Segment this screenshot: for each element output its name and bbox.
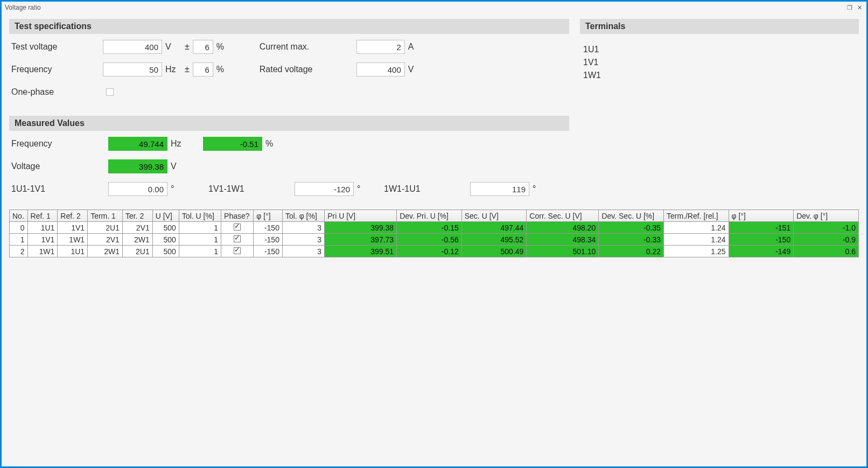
rated-voltage-input[interactable] <box>356 62 405 76</box>
cell-t1: 2U1 <box>88 222 123 234</box>
unit-v: V <box>408 65 420 74</box>
cell-devpri: -0.12 <box>397 246 462 257</box>
results-table[interactable]: No.Ref. 1Ref. 2Term. 1Ter. 2U [V]Tol. U … <box>9 209 859 257</box>
phase-1u1-1v1-value: 0.00 <box>108 182 167 196</box>
cell-u: 500 <box>152 222 179 234</box>
section-test-specifications: Test specifications <box>9 19 569 34</box>
column-header[interactable]: φ [°] <box>254 210 283 222</box>
column-header[interactable]: Ref. 1 <box>27 210 58 222</box>
cell-t2: 2W1 <box>122 234 152 246</box>
cell-r1: 1U1 <box>27 222 58 234</box>
cell-t1: 2V1 <box>88 234 123 246</box>
cell-ph <box>221 222 254 234</box>
column-header[interactable]: Term./Ref. [rel.] <box>663 210 729 222</box>
unit-percent: % <box>265 139 277 149</box>
label-meas-frequency: Frequency <box>11 139 108 149</box>
terminals-list: 1U1 1V1 1W1 <box>580 39 859 86</box>
one-phase-checkbox[interactable] <box>106 88 114 96</box>
section-terminals: Terminals <box>580 19 859 34</box>
cell-tolphi: 3 <box>282 234 324 246</box>
cell-phi2: -149 <box>729 246 794 257</box>
test-voltage-tol-input[interactable] <box>193 40 213 54</box>
meas-frequency-dev: -0.51 <box>203 137 262 151</box>
cell-r1: 1V1 <box>27 234 58 246</box>
cell-termrel: 1.24 <box>663 234 729 246</box>
column-header[interactable]: Tol. U [%] <box>179 210 221 222</box>
unit-deg: ° <box>533 184 544 194</box>
section-measured-values: Measured Values <box>9 116 569 131</box>
cell-priu: 399.51 <box>325 246 397 257</box>
column-header[interactable]: U [V] <box>152 210 179 222</box>
unit-hz: Hz <box>171 139 183 149</box>
label-phase-1u1-1v1: 1U1-1V1 <box>11 184 108 194</box>
label-phase-1v1-1w1: 1V1-1W1 <box>208 184 257 194</box>
cell-no: 2 <box>10 246 28 257</box>
label-current-max: Current max. <box>260 42 319 52</box>
unit-hz: Hz <box>165 65 177 74</box>
close-icon[interactable]: ✕ <box>856 4 863 11</box>
cell-tolu: 1 <box>179 234 221 246</box>
cell-r2: 1W1 <box>58 234 88 246</box>
phase-1v1-1w1-value: -120 <box>295 182 354 196</box>
meas-voltage-value: 399.38 <box>108 159 167 173</box>
terminal-item[interactable]: 1W1 <box>583 71 856 80</box>
cell-u: 500 <box>152 234 179 246</box>
maximize-icon[interactable]: ❐ <box>846 4 853 11</box>
cell-devphi: 0.6 <box>794 246 859 257</box>
label-one-phase: One-phase <box>11 87 103 97</box>
cell-phi2: -150 <box>729 234 794 246</box>
column-header[interactable]: Ref. 2 <box>58 210 88 222</box>
column-header[interactable]: Sec. U [V] <box>461 210 527 222</box>
cell-devpri: -0.15 <box>397 222 462 234</box>
cell-devsec: 0.22 <box>599 246 664 257</box>
cell-u: 500 <box>152 246 179 257</box>
table-row[interactable]: 01U11V12U12V15001-1503399.38-0.15497.444… <box>10 222 859 234</box>
cell-termrel: 1.24 <box>663 222 729 234</box>
table-row[interactable]: 21W11U12W12U15001-1503399.51-0.12500.495… <box>10 246 859 257</box>
cell-ph <box>221 234 254 246</box>
column-header[interactable]: Corr. Sec. U [V] <box>527 210 599 222</box>
cell-tolphi: 3 <box>282 222 324 234</box>
cell-priu: 397.73 <box>325 234 397 246</box>
cell-phi: -150 <box>254 246 283 257</box>
column-header[interactable]: Tol. φ [%] <box>282 210 324 222</box>
current-max-input[interactable] <box>356 40 405 54</box>
frequency-input[interactable] <box>103 62 162 76</box>
cell-devphi: -0.9 <box>794 234 859 246</box>
column-header[interactable]: Dev. φ [°] <box>794 210 859 222</box>
column-header[interactable]: Dev. Pri. U [%] <box>397 210 462 222</box>
terminal-item[interactable]: 1V1 <box>583 58 856 67</box>
column-header[interactable]: No. <box>10 210 28 222</box>
cell-secu: 497.44 <box>461 222 527 234</box>
label-rated-voltage: Rated voltage <box>260 65 319 74</box>
frequency-tol-input[interactable] <box>193 62 213 76</box>
unit-deg: ° <box>171 184 183 194</box>
cell-devsec: -0.33 <box>599 234 664 246</box>
cell-secu: 500.49 <box>461 246 527 257</box>
label-meas-voltage: Voltage <box>11 162 108 171</box>
column-header[interactable]: φ [°] <box>729 210 794 222</box>
cell-tolu: 1 <box>179 222 221 234</box>
phase-checkbox[interactable] <box>234 223 241 230</box>
meas-frequency-value: 49.744 <box>108 137 167 151</box>
phase-checkbox[interactable] <box>234 247 241 254</box>
voltage-ratio-window: Voltage ratio ❐ ✕ Test specifications Te… <box>0 0 868 468</box>
cell-corrsec: 498.20 <box>527 222 599 234</box>
test-voltage-input[interactable] <box>103 40 162 54</box>
column-header[interactable]: Dev. Sec. U [%] <box>599 210 664 222</box>
cell-devphi: -1.0 <box>794 222 859 234</box>
cell-r1: 1W1 <box>27 246 58 257</box>
table-row[interactable]: 11V11W12V12W15001-1503397.73-0.56495.524… <box>10 234 859 246</box>
label-frequency: Frequency <box>11 65 103 74</box>
column-header[interactable]: Term. 1 <box>88 210 123 222</box>
phase-checkbox[interactable] <box>234 235 241 242</box>
cell-corrsec: 501.10 <box>527 246 599 257</box>
unit-deg: ° <box>357 184 369 194</box>
column-header[interactable]: Pri U [V] <box>325 210 397 222</box>
terminal-item[interactable]: 1U1 <box>583 45 856 54</box>
column-header[interactable]: Ter. 2 <box>122 210 152 222</box>
cell-phi: -150 <box>254 234 283 246</box>
cell-devpri: -0.56 <box>397 234 462 246</box>
phase-1w1-1u1-value: 119 <box>470 182 529 196</box>
column-header[interactable]: Phase? <box>221 210 254 222</box>
